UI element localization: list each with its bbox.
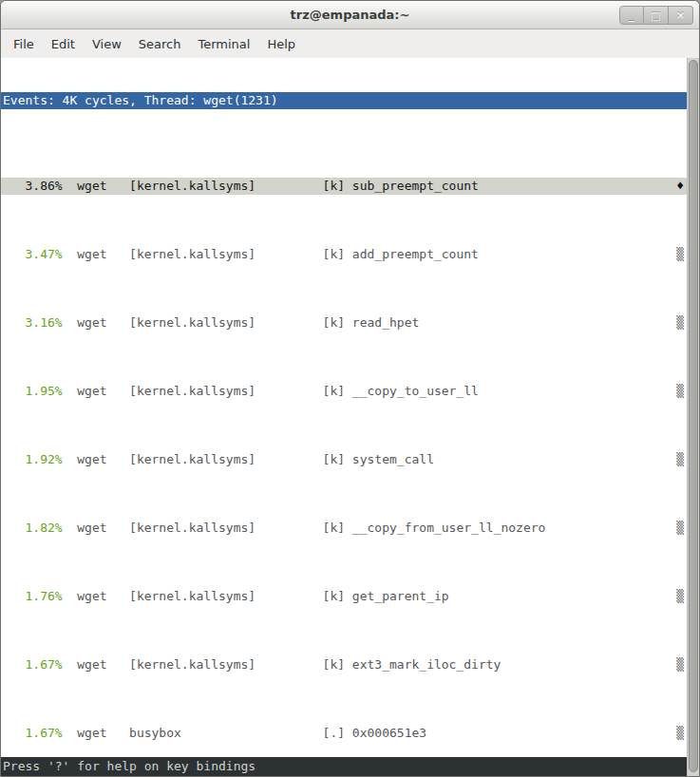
maximize-icon: □ <box>651 9 660 22</box>
perf-symbol-row[interactable]: 1.82% wget [kernel.kallsyms] [k] __copy_… <box>1 520 687 537</box>
overhead-percent: 1.82% <box>3 521 63 535</box>
scrollbar-track[interactable] <box>687 58 699 777</box>
overhead-percent: 3.86% <box>3 179 63 193</box>
perf-symbol-row[interactable]: 1.92% wget [kernel.kallsyms] [k] system_… <box>1 451 687 468</box>
close-icon: ✕ <box>676 9 685 22</box>
tui-scroll-marker: ▒ <box>676 520 684 537</box>
perf-symbol-row[interactable]: 1.67% wget [kernel.kallsyms] [k] ext3_ma… <box>1 656 687 673</box>
perf-top-view: Events: 4K cycles, Thread: wget(1231) 3.… <box>1 58 687 777</box>
overhead-percent: 1.76% <box>3 589 63 603</box>
minimize-button[interactable]: _ <box>619 6 644 25</box>
perf-status-bar: Press '?' for help on key bindings <box>1 757 687 776</box>
perf-symbol-row[interactable]: 3.47% wget [kernel.kallsyms] [k] add_pre… <box>1 246 687 263</box>
menu-item-search[interactable]: Search <box>130 33 190 55</box>
menubar: File Edit View Search Terminal Help <box>1 29 699 58</box>
tui-scroll-marker: ▒ <box>676 725 684 742</box>
overhead-percent: 1.67% <box>3 726 63 740</box>
menu-item-edit[interactable]: Edit <box>43 33 84 55</box>
symbol-text: wget [kernel.kallsyms] [k] add_preempt_c… <box>63 247 479 261</box>
overhead-percent: 1.95% <box>3 384 63 398</box>
tui-scroll-marker: ▒ <box>676 656 684 673</box>
menu-item-help[interactable]: Help <box>258 33 304 55</box>
perf-symbol-row[interactable]: 1.67% wget busybox [.] 0x000651e3▒ <box>1 725 687 742</box>
scrollbar-thumb[interactable] <box>689 60 698 772</box>
terminal-screen[interactable]: Events: 4K cycles, Thread: wget(1231) 3.… <box>1 58 699 777</box>
overhead-percent: 1.67% <box>3 657 63 672</box>
symbol-text: wget [kernel.kallsyms] [k] __copy_to_use… <box>63 384 479 398</box>
perf-events-header: Events: 4K cycles, Thread: wget(1231) <box>1 92 687 109</box>
tui-scroll-marker: ▒ <box>676 383 684 400</box>
perf-symbol-row[interactable]: 3.16% wget [kernel.kallsyms] [k] read_hp… <box>1 314 687 332</box>
overhead-percent: 3.16% <box>3 315 63 330</box>
perf-rows: 3.86% wget [kernel.kallsyms] [k] sub_pre… <box>1 143 687 777</box>
maximize-button[interactable]: □ <box>644 6 669 25</box>
menu-item-view[interactable]: View <box>84 33 130 55</box>
symbol-text: wget [kernel.kallsyms] [k] sub_preempt_c… <box>63 179 479 193</box>
symbol-text: wget [kernel.kallsyms] [k] __copy_from_u… <box>63 521 546 535</box>
tui-scroll-marker: ▒ <box>676 314 684 332</box>
window-controls: _ □ ✕ <box>619 6 693 25</box>
symbol-text: wget busybox [.] 0x000651e3 <box>63 726 427 740</box>
overhead-percent: 1.92% <box>3 452 63 466</box>
minimize-icon: _ <box>629 9 634 22</box>
symbol-text: wget [kernel.kallsyms] [k] get_parent_ip <box>63 589 449 603</box>
close-button[interactable]: ✕ <box>669 6 693 25</box>
tui-scroll-marker: ▒ <box>676 246 684 263</box>
perf-symbol-row[interactable]: 3.86% wget [kernel.kallsyms] [k] sub_pre… <box>1 178 687 195</box>
tui-scroll-marker: ▒ <box>676 451 684 468</box>
titlebar[interactable]: trz@empanada:~ _ □ ✕ <box>1 1 699 29</box>
terminal-window: trz@empanada:~ _ □ ✕ File Edit View Sear… <box>0 0 700 777</box>
perf-symbol-row[interactable]: 1.76% wget [kernel.kallsyms] [k] get_par… <box>1 588 687 605</box>
symbol-text: wget [kernel.kallsyms] [k] ext3_mark_ilo… <box>63 657 501 672</box>
perf-symbol-row[interactable]: 1.95% wget [kernel.kallsyms] [k] __copy_… <box>1 383 687 400</box>
window-title: trz@empanada:~ <box>291 8 410 22</box>
tui-scroll-marker: ▒ <box>676 588 684 605</box>
overhead-percent: 3.47% <box>3 247 63 261</box>
symbol-text: wget [kernel.kallsyms] [k] read_hpet <box>63 315 420 330</box>
menu-item-terminal[interactable]: Terminal <box>189 33 258 55</box>
tui-scroll-marker: ♦ <box>676 178 684 195</box>
symbol-text: wget [kernel.kallsyms] [k] system_call <box>63 452 434 466</box>
menu-item-file[interactable]: File <box>5 33 43 55</box>
